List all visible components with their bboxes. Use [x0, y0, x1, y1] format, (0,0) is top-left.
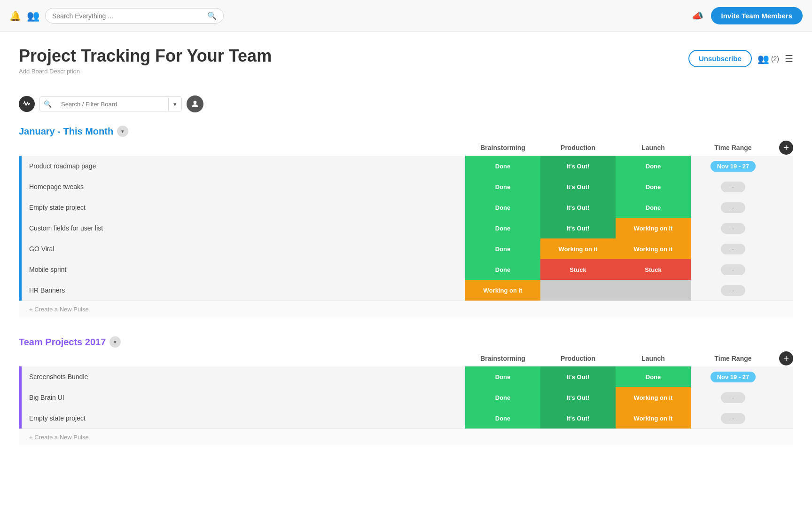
- filter-dropdown-button[interactable]: ▾: [168, 97, 181, 111]
- create-pulse-0[interactable]: + Create a New Pulse: [19, 301, 793, 318]
- status-launch-1-0[interactable]: Done: [616, 366, 691, 387]
- time-range-0-3[interactable]: -: [691, 218, 775, 238]
- status-brainstorming-1-2[interactable]: Done: [465, 408, 540, 429]
- table-row: Big Brain UI Done It's Out! Working on i…: [19, 387, 793, 408]
- status-launch-1-1[interactable]: Working on it: [616, 387, 691, 408]
- row-container-0-5: Mobile sprint Done Stuck Stuck -: [19, 259, 793, 280]
- time-badge-1-0: Nov 19 - 27: [710, 372, 756, 382]
- row-container-1-0: Screenshots Bundle Done It's Out! Done N…: [19, 366, 793, 387]
- users-count: (2): [771, 55, 779, 63]
- table-row: Custom fields for user list Done It's Ou…: [19, 218, 793, 238]
- time-empty-0-1: -: [721, 182, 745, 192]
- row-extra-0-2: [775, 197, 793, 218]
- app-header: 🔔 👥 🔍 📣 Invite Team Members: [0, 0, 812, 32]
- status-production-0-5[interactable]: Stuck: [540, 259, 616, 280]
- row-name-0-0: Product roadmap page: [22, 156, 465, 176]
- time-empty-0-4: -: [721, 244, 745, 254]
- status-brainstorming-0-0[interactable]: Done: [465, 156, 540, 176]
- board-title: Project Tracking For Your Team: [19, 46, 272, 66]
- row-name-0-3: Custom fields for user list: [22, 218, 465, 238]
- status-brainstorming-0-5[interactable]: Done: [465, 259, 540, 280]
- status-brainstorming-0-1[interactable]: Done: [465, 176, 540, 197]
- board-actions: Unsubscribe 👥 (2) ☰: [688, 50, 793, 67]
- time-range-0-0[interactable]: Nov 19 - 27: [691, 156, 775, 176]
- th-timerange-1: Time Range: [691, 355, 775, 362]
- row-extra-0-6: [775, 280, 793, 301]
- group-dropdown-0[interactable]: ▾: [117, 126, 128, 137]
- status-production-1-0[interactable]: It's Out!: [540, 366, 616, 387]
- avatar[interactable]: [187, 95, 203, 112]
- time-empty-0-3: -: [721, 223, 745, 234]
- time-range-1-0[interactable]: Nov 19 - 27: [691, 366, 775, 387]
- groups-container: January - This Month ▾ Brainstorming Pro…: [19, 126, 793, 445]
- users-badge[interactable]: 👥 (2): [757, 53, 779, 64]
- add-column-button-1[interactable]: +: [779, 351, 793, 365]
- group-section-1: Team Projects 2017 ▾ Brainstorming Produ…: [19, 336, 793, 445]
- add-column-button-0[interactable]: +: [779, 141, 793, 155]
- status-brainstorming-0-4[interactable]: Done: [465, 238, 540, 259]
- row-name-0-1: Homepage tweaks: [22, 176, 465, 197]
- row-extra-0-4: [775, 238, 793, 259]
- search-input[interactable]: [52, 12, 203, 20]
- group-section-0: January - This Month ▾ Brainstorming Pro…: [19, 126, 793, 318]
- time-range-1-2[interactable]: -: [691, 408, 775, 429]
- status-brainstorming-1-1[interactable]: Done: [465, 387, 540, 408]
- status-launch-0-5[interactable]: Stuck: [616, 259, 691, 280]
- time-empty-0-5: -: [721, 264, 745, 275]
- status-brainstorming-0-6[interactable]: Working on it: [465, 280, 540, 301]
- status-brainstorming-0-3[interactable]: Done: [465, 218, 540, 238]
- menu-icon[interactable]: ☰: [785, 53, 793, 64]
- status-launch-0-4[interactable]: Working on it: [616, 238, 691, 259]
- header-left: 🔔 👥 🔍: [9, 8, 224, 24]
- people-icon[interactable]: 👥: [27, 10, 39, 22]
- time-empty-1-1: -: [721, 392, 745, 403]
- row-container-1-2: Empty state project Done It's Out! Worki…: [19, 408, 793, 429]
- th-production-1: Production: [540, 355, 616, 362]
- th-brainstorming-1: Brainstorming: [465, 355, 540, 362]
- status-launch-0-6[interactable]: [616, 280, 691, 301]
- group-dropdown-1[interactable]: ▾: [109, 336, 121, 348]
- search-bar-container: 🔍: [45, 8, 224, 24]
- status-production-0-0[interactable]: It's Out!: [540, 156, 616, 176]
- status-brainstorming-1-0[interactable]: Done: [465, 366, 540, 387]
- invite-team-button[interactable]: Invite Team Members: [711, 7, 803, 24]
- unsubscribe-button[interactable]: Unsubscribe: [688, 50, 752, 67]
- status-launch-0-1[interactable]: Done: [616, 176, 691, 197]
- time-range-0-1[interactable]: -: [691, 176, 775, 197]
- rows-container-1: Screenshots Bundle Done It's Out! Done N…: [19, 366, 793, 429]
- th-brainstorming-0: Brainstorming: [465, 144, 540, 151]
- row-container-0-4: GO Viral Done Working on it Working on i…: [19, 238, 793, 259]
- time-range-0-4[interactable]: -: [691, 238, 775, 259]
- status-launch-0-2[interactable]: Done: [616, 197, 691, 218]
- th-launch-0: Launch: [616, 144, 691, 151]
- row-extra-1-2: [775, 408, 793, 429]
- status-production-0-4[interactable]: Working on it: [540, 238, 616, 259]
- status-launch-1-2[interactable]: Working on it: [616, 408, 691, 429]
- th-launch-1: Launch: [616, 355, 691, 362]
- status-launch-0-0[interactable]: Done: [616, 156, 691, 176]
- filter-input[interactable]: [55, 97, 168, 111]
- row-extra-0-5: [775, 259, 793, 280]
- header-right: 📣 Invite Team Members: [692, 7, 803, 24]
- status-production-0-6[interactable]: [540, 280, 616, 301]
- status-production-1-1[interactable]: It's Out!: [540, 387, 616, 408]
- row-extra-0-1: [775, 176, 793, 197]
- bell-icon[interactable]: 🔔: [9, 10, 21, 22]
- create-pulse-1[interactable]: + Create a New Pulse: [19, 429, 793, 445]
- board-description[interactable]: Add Board Description: [19, 68, 272, 75]
- group-header-0: January - This Month ▾: [19, 126, 793, 137]
- status-production-0-3[interactable]: It's Out!: [540, 218, 616, 238]
- time-range-0-5[interactable]: -: [691, 259, 775, 280]
- pulse-icon[interactable]: [19, 96, 35, 112]
- table-header-0: Brainstorming Production Launch Time Ran…: [19, 141, 793, 155]
- status-launch-0-3[interactable]: Working on it: [616, 218, 691, 238]
- status-production-0-1[interactable]: It's Out!: [540, 176, 616, 197]
- status-production-0-2[interactable]: It's Out!: [540, 197, 616, 218]
- megaphone-icon[interactable]: 📣: [692, 10, 703, 22]
- time-range-0-6[interactable]: -: [691, 280, 775, 301]
- time-range-0-2[interactable]: -: [691, 197, 775, 218]
- time-range-1-1[interactable]: -: [691, 387, 775, 408]
- status-brainstorming-0-2[interactable]: Done: [465, 197, 540, 218]
- row-name-1-2: Empty state project: [22, 408, 465, 429]
- status-production-1-2[interactable]: It's Out!: [540, 408, 616, 429]
